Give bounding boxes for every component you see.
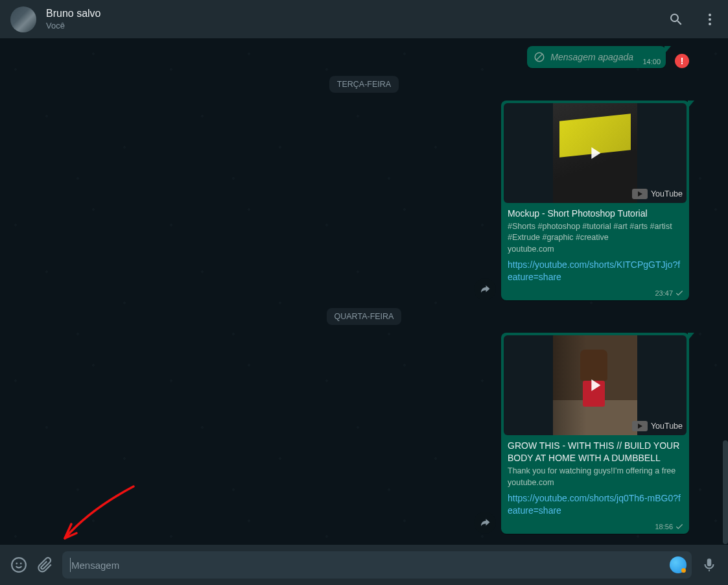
preview-link[interactable]: https://youtube.com/shorts/jq0Th6-mBG0?f… bbox=[508, 492, 683, 517]
svg-line-4 bbox=[537, 54, 543, 60]
message-link-preview[interactable]: YouTube GROW THIS - WITH THIS // BUILD Y… bbox=[501, 333, 689, 534]
check-icon bbox=[675, 522, 684, 531]
check-icon bbox=[675, 289, 684, 298]
message-deleted[interactable]: Mensagem apagada 14:00 bbox=[527, 46, 666, 68]
preview-source: youtube.com bbox=[508, 478, 683, 487]
message-input-wrap[interactable] bbox=[62, 551, 692, 579]
video-thumbnail[interactable]: YouTube bbox=[504, 103, 687, 203]
contact-subtitle: Você bbox=[46, 20, 668, 32]
message-time: 23:47 bbox=[655, 289, 684, 298]
date-separator: QUARTA-FEIRA bbox=[327, 308, 402, 325]
contact-name: Bruno salvo bbox=[46, 6, 668, 20]
search-icon[interactable] bbox=[668, 12, 684, 27]
message-time: 18:56 bbox=[655, 522, 684, 531]
message-time: 14:00 bbox=[642, 58, 661, 66]
preview-desc: Thank you for watching guys!I'm offering… bbox=[508, 466, 683, 477]
svg-point-5 bbox=[16, 562, 18, 564]
menu-icon[interactable] bbox=[702, 12, 718, 27]
emoji-icon[interactable] bbox=[10, 556, 27, 573]
message-input[interactable] bbox=[71, 551, 663, 579]
play-icon bbox=[591, 379, 600, 391]
preview-title: GROW THIS - WITH THIS // BUILD YOUR BODY… bbox=[508, 440, 683, 464]
deleted-text: Mensagem apagada bbox=[550, 52, 633, 62]
blocked-icon bbox=[534, 51, 545, 63]
chat-area[interactable]: Mensagem apagada 14:00 ! TERÇA-FEIRA You… bbox=[0, 38, 728, 545]
preview-source: youtube.com bbox=[508, 245, 683, 254]
svg-point-2 bbox=[709, 23, 711, 25]
forward-button[interactable] bbox=[474, 512, 496, 534]
preview-link[interactable]: https://youtube.com/shorts/KITCPgGTJjo?f… bbox=[508, 259, 683, 283]
preview-desc: #Shorts #photoshop #tutorial #art #arts … bbox=[508, 221, 683, 243]
message-link-preview[interactable]: YouTube Mockup - Short Photoshop Tutoria… bbox=[501, 101, 689, 300]
svg-point-1 bbox=[709, 18, 711, 21]
video-thumbnail[interactable]: YouTube bbox=[504, 335, 687, 435]
attach-icon[interactable] bbox=[36, 556, 53, 573]
mic-icon[interactable] bbox=[701, 556, 718, 573]
youtube-badge: YouTube bbox=[632, 189, 683, 199]
chat-header[interactable]: Bruno salvo Você bbox=[0, 0, 728, 38]
svg-point-0 bbox=[709, 14, 711, 16]
youtube-badge: YouTube bbox=[632, 421, 683, 431]
error-badge[interactable]: ! bbox=[675, 54, 689, 68]
composer bbox=[0, 545, 728, 585]
avatar[interactable] bbox=[10, 6, 36, 32]
svg-point-6 bbox=[20, 562, 22, 564]
sticker-icon[interactable] bbox=[670, 556, 687, 573]
scrollbar[interactable] bbox=[723, 440, 728, 544]
preview-title: Mockup - Short Photoshop Tutorial bbox=[508, 208, 683, 220]
forward-button[interactable] bbox=[474, 278, 496, 300]
play-icon bbox=[591, 147, 600, 159]
header-info[interactable]: Bruno salvo Você bbox=[46, 6, 668, 32]
date-separator: TERÇA-FEIRA bbox=[329, 76, 399, 93]
